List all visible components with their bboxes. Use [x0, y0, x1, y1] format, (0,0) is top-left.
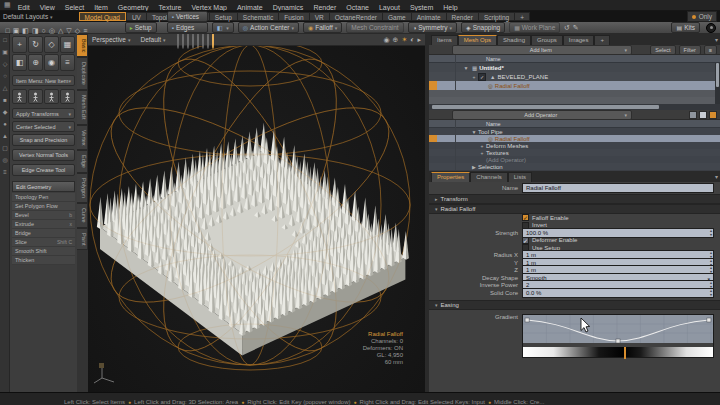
switcher-only-toggle[interactable]: Only [687, 11, 717, 22]
visibility-cell[interactable] [429, 156, 437, 163]
open-icon[interactable]: ▣ [13, 27, 20, 34]
transform-tool-icon[interactable]: ▦ [60, 36, 75, 53]
shade-icon[interactable]: ◐ [410, 36, 414, 43]
visibility-cell[interactable] [429, 149, 437, 156]
gradient-curve[interactable] [523, 315, 713, 343]
add-operator-dropdown[interactable]: Add Operator▾ [452, 110, 632, 120]
pan-view-icon[interactable]: ⊕ [393, 36, 399, 44]
menu-animate[interactable]: Animate [232, 4, 268, 11]
mode-edges-button[interactable]: ▪Edges [167, 22, 208, 33]
left-strip-icon-7[interactable]: ◆ [0, 106, 10, 118]
menu-system[interactable]: System [405, 4, 438, 11]
save-icon[interactable]: ◧ [22, 27, 29, 34]
expander-icon[interactable]: ▶ [470, 164, 478, 170]
left-strip-icon-5[interactable]: △ [0, 82, 10, 94]
menu-geometry[interactable]: Geometry [113, 4, 154, 11]
3d-viewport[interactable]: Perspective▾ Default▾ ◉ ⊕ ✶ ◐ ▸ Radial F… [88, 34, 425, 392]
scale-tool-icon[interactable]: ◇ [44, 36, 59, 53]
edit-geo-smooth-shift[interactable]: Smooth Shift [12, 247, 75, 256]
tree-row-beveled-plane[interactable]: +✓▲BEVELED_PLANE [429, 72, 720, 81]
kits-button[interactable]: ▤Kits [671, 22, 700, 33]
layout-tab-fusion[interactable]: Fusion [278, 12, 309, 21]
action-center-button[interactable]: ◎Action Center▾ [238, 22, 299, 33]
tree-row--add-operator-[interactable]: (Add Operator) [429, 156, 720, 163]
setup-mode-button[interactable]: ▸Setup [125, 22, 157, 33]
expander-icon[interactable]: ▼ [462, 65, 470, 71]
edit-geometry-header[interactable]: Edit Geometry [12, 181, 75, 192]
spinner-icon[interactable]: ▴▾ [710, 229, 712, 237]
edit-geo-thicken[interactable]: Thicken [12, 256, 75, 265]
checkbox-falloff-enable[interactable]: ✓ [522, 214, 529, 221]
visibility-cell[interactable] [429, 128, 437, 135]
panel-options-icon[interactable]: ▾ [715, 173, 718, 182]
menu-vertex-map[interactable]: Vertex Map [187, 4, 232, 11]
action-figure-icon-4[interactable] [60, 89, 75, 104]
gradient-key-marker[interactable] [624, 347, 626, 359]
spinner-icon[interactable]: ▴▾ [710, 289, 712, 297]
snapping-button[interactable]: ◈Snapping [461, 22, 505, 33]
expander-icon[interactable]: + [478, 143, 486, 149]
work-plane-button[interactable]: ▦Work Plane [509, 22, 560, 33]
tab-mesh-ops[interactable]: Mesh Ops [458, 35, 497, 45]
falloff-button[interactable]: ◉Falloff▾ [303, 22, 342, 33]
layout-tab-animate[interactable]: Animate [411, 12, 446, 21]
edit-geo-bridge[interactable]: Bridge [12, 229, 75, 238]
tool-options-icon[interactable]: ≡ [60, 54, 75, 71]
action-figure-icon-3[interactable] [44, 89, 59, 104]
edit-geo-slice[interactable]: SliceShift C [12, 238, 75, 247]
cut-icon[interactable]: △ [58, 27, 63, 34]
layout-tab-render[interactable]: Render [446, 12, 478, 21]
tree-row-textures[interactable]: +Textures [429, 149, 720, 156]
visibility-cell[interactable] [429, 72, 437, 81]
tab--[interactable]: + [594, 35, 610, 45]
camera-dropdown[interactable]: Perspective▾ [92, 36, 130, 43]
layout-tab-octanerender[interactable]: OctaneRender [329, 12, 382, 21]
snap-and-precision-button[interactable]: Snap and Precision [12, 134, 75, 146]
tree-row-selection[interactable]: ▶Selection [429, 163, 720, 170]
gradient-bar[interactable] [523, 347, 713, 357]
layout-tab-uv[interactable]: UV [126, 12, 146, 21]
toolbox-tab-vertex[interactable]: Vertex [77, 125, 88, 151]
edit-geo-extrude[interactable]: Extrudex [12, 220, 75, 229]
tree-row-deform-meshes[interactable]: +Deform Meshes [429, 142, 720, 149]
layout-tab-scripting[interactable]: Scripting [478, 12, 514, 21]
visibility-cell[interactable] [429, 81, 437, 90]
select-button[interactable]: Select [650, 45, 675, 55]
vertex-normal-tools-button[interactable]: Vertex Normal Tools [12, 149, 75, 161]
expander-icon[interactable]: + [478, 150, 486, 156]
tab-images[interactable]: Images [563, 35, 595, 45]
add-tool-icon[interactable]: ⊕ [28, 54, 43, 71]
item-menu-dropdown[interactable]: Item Menu: New Item▾ [12, 75, 75, 86]
toolbox-tab-polygon[interactable]: Polygon [77, 173, 88, 203]
expander-icon[interactable]: ▼ [470, 129, 478, 135]
new-scene-icon[interactable]: □ [6, 27, 10, 34]
filter-button[interactable]: Filter [679, 45, 701, 55]
move-tool-icon[interactable]: + [12, 36, 27, 53]
toolbox-tab-paint[interactable]: Paint [77, 228, 88, 251]
gizmo-icon[interactable]: ✶ [401, 36, 407, 44]
transform-section-header[interactable]: ▸Transform [429, 194, 720, 204]
edit-geo-topology-pen[interactable]: Topology Pen [12, 193, 75, 202]
name-field[interactable]: Radial Falloff [522, 183, 714, 193]
left-strip-icon-2[interactable]: ▣ [0, 46, 10, 58]
left-strip-icon-12[interactable]: ≡ [0, 166, 10, 178]
expander-icon[interactable]: + [470, 74, 478, 80]
redo-icon[interactable]: ◎ [49, 27, 55, 34]
left-strip-icon-4[interactable]: ○ [0, 70, 10, 82]
toolbox-tab-curve[interactable]: Curve [77, 203, 88, 228]
reset-icon[interactable]: ↺ [564, 23, 570, 33]
item-mode-dropdown[interactable]: ◧▾ [212, 22, 234, 33]
ghost-mode-icon[interactable] [699, 111, 707, 119]
form-tab-properties[interactable]: Properties [431, 172, 470, 182]
tab-groups[interactable]: Groups [531, 35, 563, 45]
left-strip-icon-6[interactable]: ■ [0, 94, 10, 106]
toolbox-tab-basic[interactable]: Basic [77, 34, 88, 57]
visibility-cell[interactable] [429, 163, 437, 170]
checkbox[interactable]: ✓ [478, 73, 486, 81]
layout-tab-vr[interactable]: VR [309, 12, 329, 21]
app-logo-icon[interactable]: ▦ [4, 1, 11, 9]
menu-view[interactable]: View [35, 4, 60, 11]
gradient-editor[interactable] [522, 314, 714, 358]
layout-tab-+[interactable]: + [514, 12, 530, 21]
left-strip-icon-3[interactable]: ◇ [0, 58, 10, 70]
